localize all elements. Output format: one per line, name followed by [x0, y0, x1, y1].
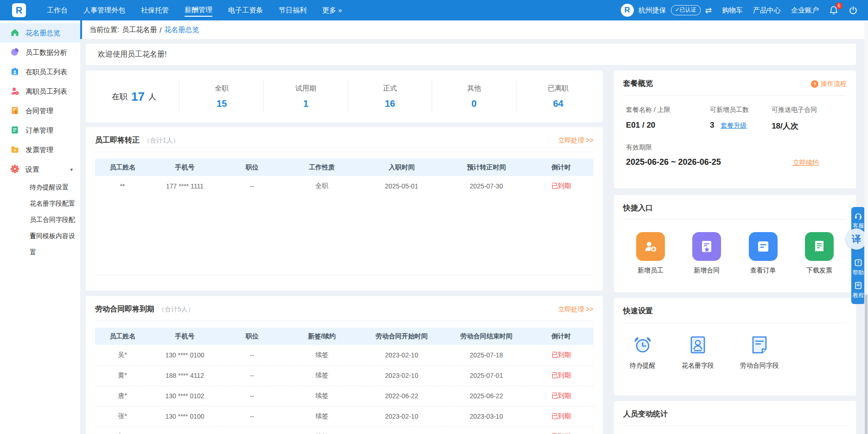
view-order-icon [749, 232, 778, 261]
table-cell: 2025-07-18 [444, 345, 529, 365]
nav-product-center[interactable]: 产品中心 [753, 6, 781, 15]
breadcrumb-parent[interactable]: 员工花名册 [122, 26, 157, 34]
floating-label: 客服 [852, 223, 864, 229]
nav-enterprise-account[interactable]: 企业账户 [791, 6, 819, 15]
company-logo: R [621, 4, 634, 17]
nav-item-label: 薪酬管理 [185, 4, 212, 17]
nav-item-6[interactable]: 更多 » [314, 0, 350, 20]
quick-settings-card: 快速设置 待办提醒花名册字段劳动合同字段 [614, 298, 856, 395]
column-header: 手机号 [150, 159, 220, 176]
notification-bell-icon[interactable]: 6 [829, 6, 838, 15]
sidebar-item-0[interactable]: 花名册总览 [0, 23, 80, 43]
sidebar-subitem-1[interactable]: 花名册字段配置 [0, 195, 80, 212]
field-label: 套餐名称 / 上限 [626, 106, 710, 114]
scrollbar-thumb[interactable] [865, 294, 868, 434]
table-cell: 2023-02-10 [359, 345, 444, 365]
app-logo[interactable]: R [12, 3, 26, 17]
column-header: 倒计时 [529, 159, 594, 176]
sidebar-item-7[interactable]: 设置▾ [0, 160, 80, 179]
onjob-stat: 在职 17 人 [89, 90, 179, 104]
sidebar-item-2[interactable]: 在职员工列表 [0, 62, 80, 82]
handle-now-link[interactable]: 立即处理 >> [558, 305, 594, 314]
floating-helper-bar: 客服?帮助教程 [851, 207, 865, 304]
field-value: 3 [710, 121, 714, 130]
column-header: 预计转正时间 [444, 159, 529, 176]
table-cell: 130 **** 0100 [150, 345, 220, 365]
operation-flow-link[interactable]: ? 操作流程 [811, 80, 847, 88]
floating-教程[interactable]: 教程 [852, 281, 864, 298]
sidebar-item-label: 在职员工列表 [26, 68, 67, 77]
main-content: 当前位置: 员工花名册 / 花名册总览 欢迎使用员工花名册! 在职 17 人 全… [80, 20, 868, 434]
quick-entry-label: 新增员工 [636, 266, 665, 275]
regularization-section: 员工即将转正 （合计1人） 立即处理 >> 员工姓名手机号职位工作性质入职时间预… [86, 127, 603, 291]
sidebar-item-4[interactable]: 合同管理 [0, 101, 80, 121]
onjob-unit: 人 [148, 91, 156, 102]
breadcrumb-current: 花名册总览 [164, 26, 199, 34]
stat-label: 已离职 [517, 84, 600, 93]
countdown-status: 已到期 [529, 427, 594, 434]
nav-item-label: 工作台 [47, 5, 68, 16]
nav-cart[interactable]: 购物车 [722, 6, 743, 15]
column-header: 倒计时 [529, 328, 594, 345]
quick-entry-0[interactable]: 新增员工 [636, 232, 665, 275]
floating-客服[interactable]: 客服 [852, 212, 864, 229]
sidebar-item-label: 员工数据分析 [26, 48, 67, 57]
page-scrollbar[interactable] [864, 20, 868, 434]
nav-item-3[interactable]: 薪酬管理 [177, 0, 220, 20]
welcome-banner: 欢迎使用员工花名册! [86, 44, 856, 65]
sidebar-item-5[interactable]: 订单管理 [0, 121, 80, 140]
field-label: 可推送电子合同 [772, 106, 847, 114]
table-row: 张*130 **** 0100--续签2023-02-102023-03-10已… [95, 406, 594, 427]
sidebar-item-1[interactable]: 员工数据分析 [0, 43, 80, 62]
nav-item-1[interactable]: 人事管理外包 [76, 0, 133, 20]
field-value: 18/人次 [772, 121, 798, 131]
switch-account-icon[interactable]: ⇄ [705, 6, 712, 15]
stat-value: 1 [264, 98, 347, 109]
validity-value: 2025-06-26 ~ 2026-06-25 [626, 157, 721, 167]
renew-now-link[interactable]: 立即续约 [793, 159, 819, 167]
stat-value: 0 [432, 98, 516, 109]
quick-setting-1[interactable]: 花名册字段 [682, 334, 714, 370]
nav-item-4[interactable]: 电子工资条 [220, 0, 271, 20]
main-menu: 工作台人事管理外包社保托管薪酬管理电子工资条节日福利更多 » [39, 0, 350, 20]
column-header: 手机号 [150, 328, 220, 345]
nav-item-5[interactable]: 节日福利 [271, 0, 314, 20]
operation-flow-label: 操作流程 [821, 80, 847, 88]
sidebar-subitem-3[interactable]: 合同模板内容设置 [0, 228, 80, 244]
quick-setting-label: 待办提醒 [630, 362, 656, 370]
nav-item-0[interactable]: 工作台 [39, 0, 76, 20]
floating-帮助[interactable]: ?帮助 [852, 259, 864, 276]
nav-item-label: 更多 » [322, 5, 342, 16]
sidebar-item-3[interactable]: 离职员工列表 [0, 82, 80, 101]
upgrade-package-link[interactable]: 套餐升级 [721, 122, 747, 130]
sidebar-subitem-0[interactable]: 待办提醒设置 [0, 179, 80, 195]
logout-power-icon[interactable] [849, 6, 858, 15]
navbar-right: R 杭州捷保 ✓已认证 ⇄ 购物车 产品中心 企业账户 6 [621, 4, 858, 17]
quick-setting-0[interactable]: 待办提醒 [630, 334, 656, 370]
sidebar-item-6[interactable]: 发票管理 [0, 140, 80, 160]
quick-entry-1[interactable]: 新增合同 [692, 232, 721, 275]
quick-settings-title: 快速设置 [623, 307, 653, 315]
column-header: 员工姓名 [95, 159, 150, 176]
table-cell: 2023-02-10 [359, 365, 444, 386]
stat-label: 试用期 [264, 84, 347, 93]
table-cell: -- [220, 365, 285, 386]
regularization-table: 员工姓名手机号职位工作性质入职时间预计转正时间倒计时**177 **** 111… [95, 159, 594, 196]
stat-0: 全职15 [179, 80, 263, 113]
field-value: E01 / 20 [626, 121, 655, 130]
nav-item-2[interactable]: 社保托管 [133, 0, 177, 20]
quick-setting-2[interactable]: 劳动合同字段 [740, 334, 779, 370]
table-cell: 130 **** 0102 [150, 386, 220, 406]
quick-entry-2[interactable]: 查看订单 [749, 232, 778, 275]
invoice-icon [10, 145, 19, 155]
company-name[interactable]: 杭州捷保 [638, 6, 666, 15]
stat-label: 全职 [180, 84, 263, 93]
quick-entry-3[interactable]: 下载发票 [805, 232, 834, 275]
sidebar-subitem-2[interactable]: 员工合同字段配置 [0, 212, 80, 228]
headset-icon [854, 212, 862, 221]
sidebar-item-label: 离职员工列表 [26, 87, 67, 96]
handle-now-link[interactable]: 立即处理 >> [558, 136, 594, 145]
countdown-status: 已到期 [529, 406, 594, 427]
sidebar-item-label: 订单管理 [26, 126, 53, 135]
table-cell: 吴* [95, 345, 150, 365]
